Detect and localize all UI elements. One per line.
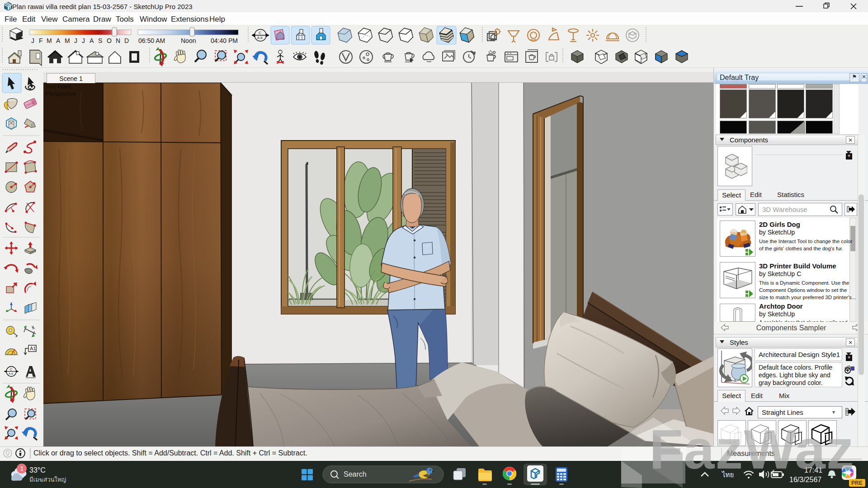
svg-text:A-S: A-S: [9, 372, 13, 375]
svg-text:06:50 AM: 06:50 AM: [138, 37, 165, 44]
svg-text:C: C: [10, 368, 12, 371]
svg-text:N: N: [116, 37, 120, 44]
svg-text:C: C: [259, 31, 261, 35]
svg-text:A1: A1: [30, 346, 36, 351]
svg-text:M: M: [47, 37, 52, 44]
svg-text:1: 1: [20, 465, 24, 472]
svg-text:D: D: [124, 37, 129, 44]
svg-text:A-S: A-S: [257, 36, 263, 39]
svg-text:Noon: Noon: [181, 37, 196, 44]
svg-text:J: J: [82, 37, 85, 44]
svg-text:A: A: [90, 37, 94, 44]
svg-text:O: O: [107, 37, 112, 44]
svg-text:J: J: [74, 37, 77, 44]
svg-text:Search: Search: [344, 470, 367, 478]
svg-text:J: J: [31, 37, 34, 44]
svg-text:FazWaz: FazWaz: [649, 419, 855, 480]
svg-text:F: F: [39, 37, 43, 44]
svg-text:Perspective: Perspective: [45, 90, 76, 97]
svg-text:33°C: 33°C: [29, 466, 46, 474]
svg-text:M: M: [65, 37, 70, 44]
svg-text:มีเมฆส่วนใหญ่: มีเมฆส่วนใหญ่: [29, 476, 66, 483]
svg-text:S: S: [98, 37, 102, 44]
svg-text:04:40 PM: 04:40 PM: [211, 37, 238, 44]
svg-text:A: A: [56, 37, 61, 44]
svg-text:Two Point: Two Point: [45, 83, 71, 90]
